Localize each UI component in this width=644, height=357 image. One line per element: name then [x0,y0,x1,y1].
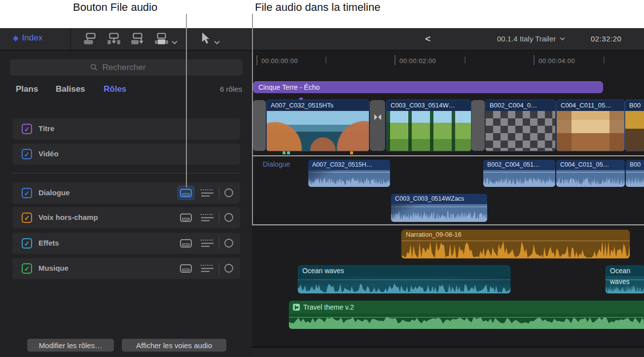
focus-button[interactable] [200,211,215,224]
audio-clip[interactable]: B002_C004_051… [483,160,555,187]
title-clip[interactable]: Cinque Terre - Écho [253,81,603,93]
solo-button[interactable] [224,238,234,248]
arrow-tool-icon[interactable] [200,32,210,45]
edit-roles-button[interactable]: Modifier les rôles… [27,339,114,352]
audio-clip-ocean-waves[interactable]: Ocean waves [298,265,510,293]
role-row-video[interactable]: Vidéo [12,143,240,165]
append-clip-icon[interactable] [130,33,145,45]
video-clip[interactable]: B002_C004_0… [486,100,555,151]
role-checkbox[interactable] [22,263,32,274]
index-button[interactable]: ◆ Index [13,33,42,43]
ruler-label[interactable]: 00:00:04:00 [538,57,575,65]
project-title-dropdown[interactable]: 00.1.4 Italy Trailer [497,35,565,43]
search-input[interactable] [102,62,163,73]
toolbar-divider [70,28,71,50]
waveform [556,172,625,187]
controls-divider [219,238,219,249]
volume-line[interactable] [606,280,644,280]
video-clip[interactable]: C004_C011_05… [557,100,624,151]
focus-icon [200,214,214,222]
clip-handle[interactable] [471,100,485,151]
video-clip[interactable]: B00 [625,100,644,151]
waveform [483,172,555,187]
insert-clip-icon[interactable] [106,33,122,45]
clip-name: C004_C011_05… [556,160,625,170]
circle-icon [224,263,234,273]
role-row-dialogue[interactable]: Dialogue [12,182,240,204]
audio-lanes-button[interactable] [177,261,195,276]
solo-button[interactable] [224,188,234,198]
role-checkbox[interactable] [22,213,32,223]
chevron-down-icon [560,37,565,40]
chevron-down-icon[interactable] [172,37,178,41]
audio-clip[interactable]: A007_C032_0515H… [308,160,390,187]
clip-thumbnail [267,111,369,151]
audio-clip[interactable]: B00 [626,160,644,187]
clip-name: B002_C004_051… [483,160,555,170]
chevron-down-icon[interactable] [214,37,220,41]
tab-roles[interactable]: Rôles [104,84,126,94]
audio-lanes-icon [180,239,192,248]
ruler-tick [604,57,605,64]
role-label: Musique [38,264,69,272]
clip-name: Ocean waves [298,265,510,276]
solo-button[interactable] [224,213,234,222]
role-checkbox[interactable] [22,188,32,198]
controls-divider [219,212,219,223]
clip-marker [350,151,353,154]
focus-button[interactable] [200,262,215,275]
role-checkbox[interactable] [22,238,32,249]
role-row-voix-hors-champ[interactable]: Voix hors-champ [12,207,240,228]
clip-name: A007_C032_0515HTs [267,100,369,111]
search-icon [90,64,98,71]
audio-clip-music[interactable]: Travel theme v.2 [289,301,644,329]
clip-name: C003_C003_0514W… [387,100,471,111]
circle-icon [224,238,234,248]
focus-icon [200,264,214,273]
index-diamond-icon: ◆ [13,34,19,42]
role-row-effets[interactable]: Effets [12,233,240,254]
role-checkbox[interactable] [22,149,32,159]
role-label: Voix hors-champ [38,213,98,221]
solo-button[interactable] [224,263,234,273]
callout-audio-lanes-button: Bouton File audio [73,1,157,14]
tab-plans[interactable]: Plans [16,84,38,94]
role-checkbox[interactable] [22,124,32,134]
focus-button[interactable] [200,186,215,199]
audio-clip-narration[interactable]: Narration_09-08-16 [401,230,630,258]
clip-name: Travel theme v.2 [303,301,354,314]
audio-lanes-button[interactable] [177,185,195,200]
focus-icon [200,239,214,248]
role-row-titre[interactable]: Titre [12,118,240,140]
audio-lanes-icon [180,189,192,197]
clip-handle[interactable] [253,100,266,151]
audio-lanes-icon [180,264,192,273]
search-field[interactable] [10,59,243,75]
controls-divider [219,187,219,199]
index-label: Index [22,33,43,43]
clip-marker [287,151,290,154]
tab-balises[interactable]: Balises [56,84,85,94]
audio-lane-label: Dialogue [263,160,290,168]
audio-clip[interactable]: C004_C011_05… [556,160,625,187]
audio-lanes-button[interactable] [177,236,195,250]
connect-clip-icon[interactable] [82,33,98,45]
overwrite-clip-icon[interactable] [153,33,169,45]
audio-clip[interactable]: C003_C003_0514WZacs [391,194,487,222]
cross-dissolve-transition[interactable] [370,100,385,151]
ruler-label[interactable]: 00:00:02:00 [399,57,436,65]
clip-thumbnail [625,111,644,151]
ruler-tick [394,55,395,65]
volume-line[interactable] [298,280,510,280]
audio-lanes-button[interactable] [177,210,195,225]
role-row-musique[interactable]: Musique [12,258,240,279]
waveform [308,172,390,187]
ruler-label[interactable]: 00:00:00:00 [261,57,298,65]
focus-button[interactable] [200,237,215,250]
timeline-back-button[interactable]: < [425,34,430,44]
show-audio-lanes-button[interactable]: Afficher les voies audio [122,339,226,352]
audio-clip-ocean-waves[interactable]: Ocean waves [606,265,644,293]
callout-line [186,14,187,187]
video-clip[interactable]: A007_C032_0515HTs [267,100,369,151]
video-clip[interactable]: C003_C003_0514W… [387,100,471,151]
